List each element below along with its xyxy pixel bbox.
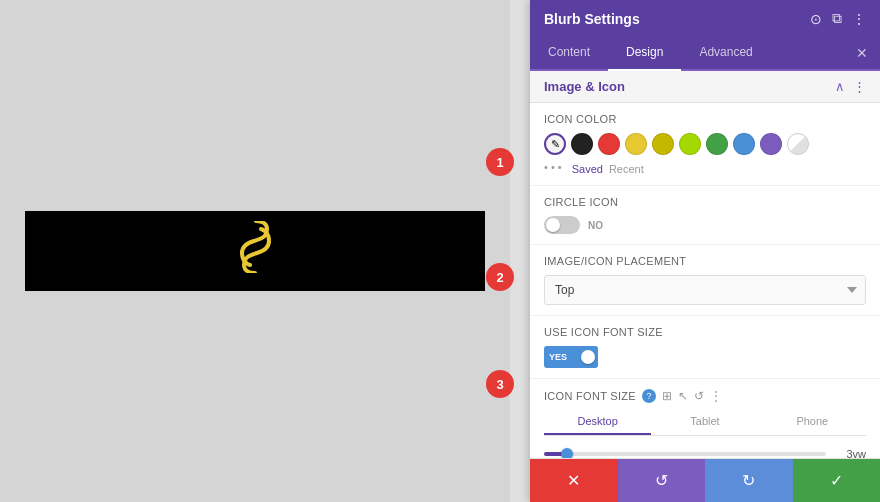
use-font-size-label: Use Icon Font Size — [544, 326, 866, 338]
section-collapse-icon[interactable]: ∧ — [835, 79, 845, 94]
color-swatch-lime[interactable] — [679, 133, 701, 155]
more-options-icon[interactable]: ⋮ — [852, 11, 866, 27]
toggle-knob — [546, 218, 560, 232]
placement-setting: Image/Icon Placement Top — [530, 245, 880, 316]
circle-icon-label: Circle Icon — [544, 196, 866, 208]
color-swatch-red[interactable] — [598, 133, 620, 155]
panel-body: Image & Icon ∧ ⋮ Icon Color ✎ — [530, 71, 880, 458]
more-swatches[interactable]: • • • — [544, 161, 562, 173]
save-template-icon[interactable]: ⧉ — [832, 10, 842, 27]
cancel-icon: ✕ — [567, 471, 580, 490]
step-badge-3: 3 — [486, 370, 514, 398]
color-tab-saved[interactable]: Saved — [572, 163, 603, 175]
circle-icon-toggle-row: NO — [544, 216, 866, 234]
icon-color-label: Icon Color — [544, 113, 866, 125]
panel-tabs: Content Design Advanced ✕ — [530, 37, 880, 71]
color-swatch-blue[interactable] — [733, 133, 755, 155]
section-more-icon[interactable]: ⋮ — [853, 79, 866, 94]
tab-advanced[interactable]: Advanced — [681, 37, 770, 71]
circle-icon-toggle[interactable] — [544, 216, 580, 234]
redo-icon: ↻ — [742, 471, 755, 490]
color-tabs: Saved Recent — [572, 163, 644, 175]
toggle-yes-knob — [581, 350, 595, 364]
step-badge-2: 2 — [486, 263, 514, 291]
more-icon[interactable]: ⋮ — [710, 389, 722, 403]
section-title: Image & Icon — [544, 79, 625, 94]
panel-footer: ✕ ↺ ↻ ✓ — [530, 458, 880, 502]
icon-font-size-setting: Icon Font Size ? ⊞ ↖ ↺ ⋮ Desktop Tablet … — [530, 379, 880, 458]
cancel-button[interactable]: ✕ — [530, 459, 618, 502]
color-swatches: ✎ — [544, 133, 866, 155]
step-badge-1: 1 — [486, 148, 514, 176]
divi-icon — [233, 221, 278, 281]
settings-panel: Blurb Settings ⊙ ⧉ ⋮ Content Design Adva… — [530, 0, 880, 502]
circle-icon-value: NO — [588, 220, 603, 231]
circle-icon-setting: Circle Icon NO — [530, 186, 880, 245]
color-swatch-black[interactable] — [571, 133, 593, 155]
device-tab-phone[interactable]: Phone — [759, 409, 866, 435]
color-swatch-none[interactable] — [787, 133, 809, 155]
icon-font-size-label: Icon Font Size — [544, 390, 636, 402]
toggle-yes-text: YES — [544, 346, 572, 368]
redo-button[interactable]: ↻ — [705, 459, 793, 502]
tab-design[interactable]: Design — [608, 37, 681, 71]
color-swatch-purple[interactable] — [760, 133, 782, 155]
section-controls: ∧ ⋮ — [835, 79, 866, 94]
font-size-slider-track[interactable] — [544, 452, 826, 456]
save-icon: ✓ — [830, 471, 843, 490]
icon-color-setting: Icon Color ✎ • • • Saved Recent — [530, 103, 880, 186]
color-swatch-green[interactable] — [706, 133, 728, 155]
help-icon[interactable]: ? — [642, 389, 656, 403]
undo-small-icon[interactable]: ↺ — [694, 389, 704, 403]
desktop-icon[interactable]: ⊞ — [662, 389, 672, 403]
responsive-icon[interactable]: ⊙ — [810, 11, 822, 27]
panel-header: Blurb Settings ⊙ ⧉ ⋮ — [530, 0, 880, 37]
device-tab-tablet[interactable]: Tablet — [651, 409, 758, 435]
placement-select[interactable]: Top — [544, 275, 866, 305]
blurb-widget — [25, 211, 485, 291]
use-font-size-toggle[interactable]: YES — [544, 346, 598, 368]
undo-icon: ↺ — [655, 471, 668, 490]
slider-value: 3vw — [836, 448, 866, 458]
panel-header-icons: ⊙ ⧉ ⋮ — [810, 10, 866, 27]
tab-content[interactable]: Content — [530, 37, 608, 71]
toggle-yes-slider — [572, 346, 598, 368]
slider-thumb[interactable] — [561, 448, 573, 458]
font-size-slider-row: 3vw — [544, 444, 866, 458]
section-header: Image & Icon ∧ ⋮ — [530, 71, 880, 103]
color-tab-recent[interactable]: Recent — [609, 163, 644, 175]
canvas-area — [0, 0, 510, 502]
undo-button[interactable]: ↺ — [618, 459, 706, 502]
panel-title: Blurb Settings — [544, 11, 640, 27]
device-tab-desktop[interactable]: Desktop — [544, 409, 651, 435]
save-button[interactable]: ✓ — [793, 459, 881, 502]
tab-close-button[interactable]: ✕ — [844, 37, 880, 69]
use-font-size-setting: Use Icon Font Size YES — [530, 316, 880, 379]
cursor-icon[interactable]: ↖ — [678, 389, 688, 403]
font-size-header: Icon Font Size ? ⊞ ↖ ↺ ⋮ — [544, 389, 866, 403]
device-tabs: Desktop Tablet Phone — [544, 409, 866, 436]
color-swatch-yellow[interactable] — [625, 133, 647, 155]
color-swatch-gold[interactable] — [652, 133, 674, 155]
placement-label: Image/Icon Placement — [544, 255, 866, 267]
color-swatch-pencil[interactable]: ✎ — [544, 133, 566, 155]
